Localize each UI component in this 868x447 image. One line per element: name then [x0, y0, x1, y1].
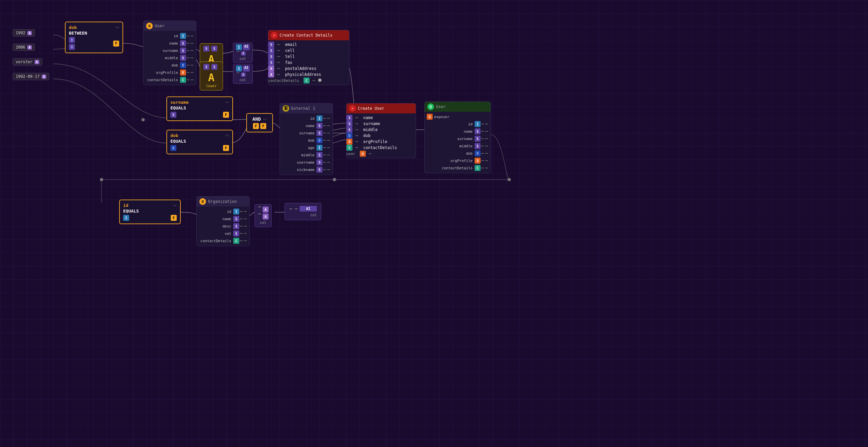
cu-field-contactdetails: C contactDetails	[346, 145, 416, 151]
create-user-header: ⚡ Create User	[346, 103, 416, 113]
val-2006-badge: A	[27, 45, 32, 49]
org-body: id I name S desc S vat S	[197, 207, 249, 246]
input-val-date[interactable]: 1992-09-17 A	[13, 73, 49, 80]
caps-port-s-in[interactable]: S	[204, 45, 209, 51]
ur-field-id: id I	[425, 121, 491, 128]
user-right-icon: O	[427, 103, 434, 110]
lower-label: lower	[204, 84, 219, 88]
cu-field-surname: S surname	[346, 121, 416, 127]
id-equals-node[interactable]: id ⬆⬇ EQUALS I F	[119, 200, 181, 224]
org-node[interactable]: O Organization id I name S desc S	[196, 196, 250, 246]
dob-between-op: BETWEEN	[69, 31, 119, 36]
cc-field-cell: S cell	[268, 47, 349, 54]
col2-label: col	[236, 78, 250, 82]
surname-equals-title: surname	[170, 100, 189, 105]
dob-equals-op: EQUALS	[170, 139, 229, 144]
lower-letter: A	[204, 71, 219, 84]
org-field-contactdetails: contactDetails C	[197, 237, 249, 244]
cc-field-email: S email	[268, 42, 349, 47]
col-bottom-node[interactable]: A A col	[255, 204, 272, 227]
user-right-title: User	[436, 104, 446, 109]
port-F-right[interactable]: F	[113, 41, 119, 46]
user-field-name: name S	[144, 40, 196, 47]
external1-icon: 🗄	[283, 105, 289, 112]
org-title: Organization	[208, 199, 237, 204]
cu-field-dob: D dob	[346, 133, 416, 139]
val-date-text: 1992-09-17	[16, 74, 40, 79]
ext-field-middle: middle S	[280, 151, 333, 159]
user-top-node[interactable]: O User id I name S surname S	[143, 21, 196, 85]
user-field-surname: surname S	[144, 47, 196, 54]
and-node[interactable]: AND ⬆⬇ F F	[246, 113, 273, 132]
port-D-1[interactable]: D	[69, 37, 75, 43]
cc-field-physical: A physicalAddress	[268, 71, 349, 77]
val-vorster-badge: A	[35, 60, 39, 64]
col-output-badge: AI	[300, 206, 317, 211]
port-D-2[interactable]: D	[69, 44, 75, 50]
surname-equals-op: EQUALS	[170, 105, 229, 110]
external1-node[interactable]: 🗄 External 1 id I name S surname S	[280, 103, 333, 175]
dob-between-ports: D D F	[69, 37, 119, 50]
lower-port-s-in[interactable]: S	[204, 64, 209, 70]
col-output-label: col	[289, 213, 317, 217]
id-equals-title: id	[123, 203, 128, 208]
cc-output-row: contactDetails C	[268, 77, 349, 83]
org-field-desc: desc S	[197, 222, 249, 230]
id-equals-ports: I F	[123, 215, 177, 221]
user-right-node[interactable]: O User U exposer id I name S surname	[424, 101, 491, 173]
org-field-name: name S	[197, 215, 249, 222]
user-field-id: id I	[144, 32, 196, 40]
and-f2[interactable]: F	[260, 123, 266, 129]
ur-field-dob: dob D	[425, 150, 491, 157]
dob-equals-node[interactable]: dob ⬆⬇ EQUALS D F	[166, 130, 233, 154]
org-field-vat: vat S	[197, 230, 249, 237]
svg-point-2	[100, 178, 103, 181]
user-field-orgprofile: orgProfile O	[144, 69, 196, 76]
dob-between-node[interactable]: dob ⬆⬇ BETWEEN D D F	[65, 22, 123, 53]
dob-port-d[interactable]: D	[170, 145, 176, 151]
cc-field-tell: S tell	[268, 54, 349, 60]
ext-field-dob: dob D	[280, 137, 333, 144]
id-port-i[interactable]: I	[123, 215, 129, 221]
ur-input-exposer: U exposer	[425, 113, 491, 121]
surname-equals-ports: S F	[170, 112, 229, 118]
svg-point-0	[142, 118, 145, 122]
ext-field-surname: surname S	[280, 129, 333, 137]
input-val-2006[interactable]: 2006 A	[13, 43, 35, 51]
cu-output-row: user U	[346, 151, 416, 157]
id-equals-op: EQUALS	[123, 209, 177, 213]
create-user-title: Create User	[358, 106, 384, 111]
surname-equals-node[interactable]: surname ⬆⬇ EQUALS S F	[166, 97, 233, 121]
node-canvas[interactable]: 1992 A 2006 A vorster A 1992-09-17 A dob…	[0, 0, 868, 447]
sort-icon: ⬆⬇	[225, 100, 229, 104]
surname-port-s[interactable]: S	[170, 112, 176, 118]
user-field-dob: dob D	[144, 62, 196, 69]
input-val-vorster[interactable]: vorster A	[13, 58, 42, 66]
dob-port-f[interactable]: F	[223, 145, 229, 151]
val-date-badge: A	[41, 74, 46, 79]
lower-port-s-out[interactable]: S	[211, 64, 217, 70]
create-contact-node[interactable]: ⚡ Create Contact Details S email S cell …	[268, 30, 349, 85]
ur-field-surname: surname S	[425, 135, 491, 142]
ur-field-name: name S	[425, 128, 491, 135]
caps-port-s-out[interactable]: S	[211, 45, 217, 51]
val-1992-badge: A	[27, 31, 32, 35]
col-output-node[interactable]: AI col	[285, 203, 321, 220]
cc-field-postal: A postalAddress	[268, 66, 349, 71]
col1-node[interactable]: I AI A col	[233, 42, 253, 63]
lower-transform[interactable]: S S A lower	[200, 62, 223, 91]
and-f1[interactable]: F	[253, 123, 259, 129]
user-field-middle: middle S	[144, 54, 196, 62]
val-1992-text: 1992	[16, 31, 25, 35]
svg-point-3	[507, 178, 511, 181]
user-top-title: User	[155, 24, 164, 28]
create-user-node[interactable]: ⚡ Create User S name S surname S middle …	[346, 103, 416, 158]
input-val-1992[interactable]: 1992 A	[13, 29, 35, 37]
col2-node[interactable]: I AI A col	[233, 64, 253, 84]
surname-port-f[interactable]: F	[223, 112, 229, 118]
user-top-icon: O	[146, 23, 153, 29]
id-port-f[interactable]: F	[171, 215, 177, 221]
ext-field-age: age I	[280, 144, 333, 151]
col1-label: col	[236, 57, 250, 61]
val-vorster-text: vorster	[16, 60, 33, 64]
